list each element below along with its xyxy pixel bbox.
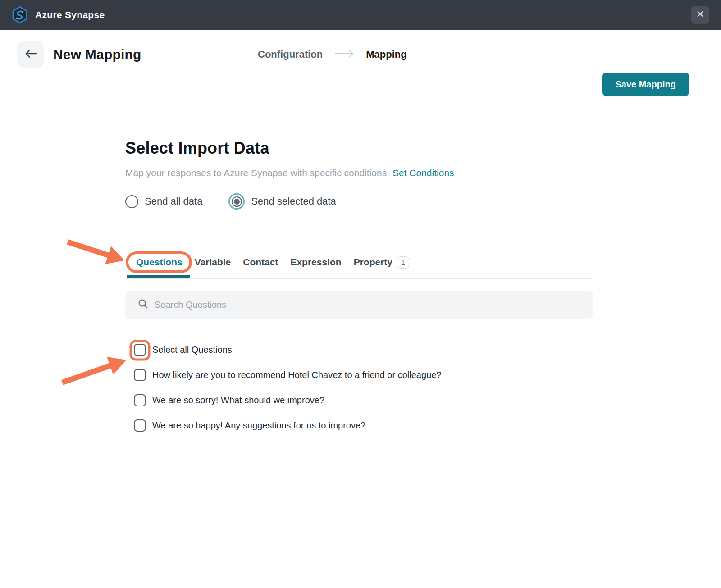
section-subtitle: Map your responses to Azure Synapse with… <box>125 168 454 178</box>
annotation-arrow-select-all-shaft <box>62 365 111 383</box>
question-checkbox[interactable] <box>134 394 146 406</box>
tabs-divider <box>125 278 593 279</box>
question-checkbox[interactable] <box>134 369 146 381</box>
breadcrumb-step-configuration[interactable]: Configuration <box>258 49 323 60</box>
tab-variable[interactable]: Variable <box>195 257 231 268</box>
tab-questions[interactable]: Questions <box>136 257 183 268</box>
breadcrumb: Configuration Mapping <box>258 30 407 79</box>
radio-send-all-data[interactable]: Send all data <box>125 195 202 208</box>
annotation-arrow-questions-head <box>105 246 124 264</box>
select-all-label: Select all Questions <box>152 345 232 355</box>
annotation-arrow-select-all-head <box>107 357 126 375</box>
question-label: How likely are you to recommend Hotel Ch… <box>152 370 441 380</box>
radio-send-selected-data[interactable]: Send selected data <box>228 193 336 210</box>
radio-label: Send all data <box>145 196 202 207</box>
radio-label: Send selected data <box>251 196 336 207</box>
save-mapping-button[interactable]: Save Mapping <box>602 73 689 96</box>
question-label: We are so sorry! What should we improve? <box>152 395 324 406</box>
tab-contact[interactable]: Contact <box>243 257 278 268</box>
set-conditions-link[interactable]: Set Conditions <box>392 168 454 178</box>
question-row[interactable]: We are so happy! Any suggestions for us … <box>134 419 365 432</box>
data-mode-radio-group: Send all data Send selected data <box>125 193 336 210</box>
tab-expression[interactable]: Expression <box>290 257 341 268</box>
arrow-right-icon <box>334 50 354 59</box>
app-topbar: Azure Synapse <box>0 0 721 30</box>
close-button[interactable] <box>691 6 709 24</box>
radio-unselected-icon <box>125 195 138 208</box>
question-label: We are so happy! Any suggestions for us … <box>152 420 365 431</box>
close-icon <box>697 10 704 19</box>
select-all-checkbox[interactable] <box>134 344 146 356</box>
tab-property[interactable]: Property 1 <box>354 256 409 269</box>
app-title: Azure Synapse <box>35 9 105 20</box>
search-input[interactable] <box>155 300 560 310</box>
search-box <box>125 291 593 319</box>
page-header: New Mapping Configuration Mapping Save M… <box>0 30 721 79</box>
question-checkbox[interactable] <box>134 419 146 432</box>
azure-synapse-logo-icon <box>11 6 29 24</box>
breadcrumb-step-mapping: Mapping <box>366 49 406 60</box>
back-button[interactable] <box>17 41 44 68</box>
annotation-arrow-questions-shaft <box>68 242 109 255</box>
search-icon <box>138 299 148 311</box>
select-all-questions-row[interactable]: Select all Questions <box>134 344 232 356</box>
question-row[interactable]: We are so sorry! What should we improve? <box>134 394 324 406</box>
section-heading: Select Import Data <box>125 139 269 158</box>
question-row[interactable]: How likely are you to recommend Hotel Ch… <box>134 369 441 381</box>
property-count-badge: 1 <box>397 256 409 269</box>
data-source-tabs: Questions Variable Contact Expression Pr… <box>136 253 409 272</box>
subtitle-text: Map your responses to Azure Synapse with… <box>125 168 389 178</box>
page-title: New Mapping <box>53 30 141 79</box>
radio-selected-icon <box>228 193 245 210</box>
arrow-left-icon <box>24 49 37 60</box>
